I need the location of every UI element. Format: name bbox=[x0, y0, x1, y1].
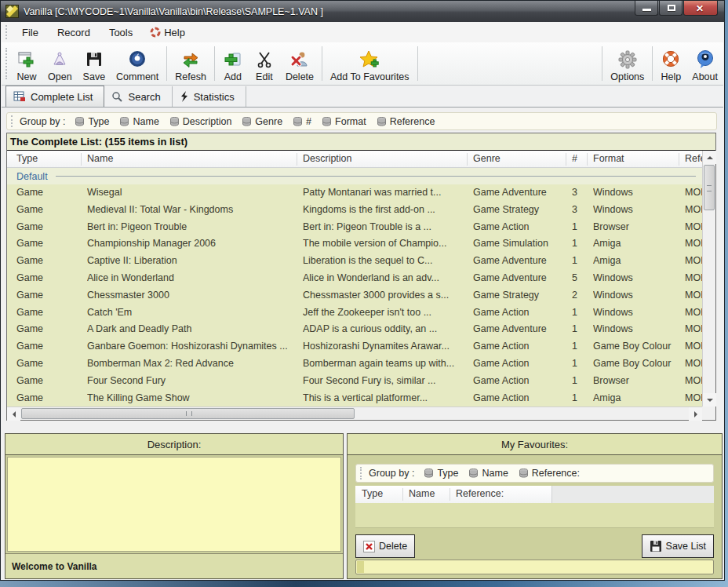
table-row[interactable]: Game The Killing Game Show This is a ver… bbox=[7, 390, 702, 407]
table-row[interactable]: Game Bert in: Pigeon Trouble Bert in: Pi… bbox=[7, 219, 702, 236]
delete-button[interactable]: Delete bbox=[280, 42, 319, 85]
table-row[interactable]: Game Championship Manager 2006 The mobil… bbox=[7, 235, 702, 253]
favourites-column-reference[interactable]: Reference: bbox=[456, 488, 504, 499]
table-row[interactable]: Game Bomberman Max 2: Red Advance Bomber… bbox=[7, 355, 702, 373]
column-divider[interactable] bbox=[679, 153, 679, 166]
minimize-button[interactable] bbox=[635, 1, 658, 16]
favourites-column-name[interactable]: Name bbox=[409, 488, 435, 499]
toolbar-separator bbox=[322, 46, 322, 81]
table-row[interactable]: Game A Dark and Deadly Path ADAP is a cu… bbox=[7, 321, 702, 338]
group-by-chip[interactable]: Description bbox=[166, 115, 239, 129]
column-divider[interactable] bbox=[467, 153, 468, 166]
group-by-chip[interactable]: Genre bbox=[238, 115, 289, 129]
tab-complete-list[interactable]: Complete List bbox=[5, 86, 104, 107]
column-description[interactable]: Description bbox=[303, 153, 469, 164]
database-icon bbox=[322, 117, 332, 126]
menu-tools[interactable]: Tools bbox=[100, 24, 142, 41]
refresh-button[interactable]: Refesh bbox=[169, 42, 212, 85]
favourites-column-type[interactable]: Type bbox=[362, 488, 383, 499]
column-genre[interactable]: Genre bbox=[473, 153, 569, 164]
new-button[interactable]: New bbox=[11, 42, 42, 85]
scroll-left-button[interactable] bbox=[7, 407, 20, 421]
add-to-favourites-button[interactable]: Add To Favourites bbox=[325, 42, 415, 85]
menu-grip[interactable] bbox=[5, 25, 9, 39]
table-row[interactable]: Game Medieval II: Total War - Kingdoms K… bbox=[7, 202, 702, 219]
toolbar-grip[interactable] bbox=[5, 48, 9, 79]
group-by-chip[interactable]: Type bbox=[71, 115, 116, 129]
toolbar-separator bbox=[214, 46, 215, 81]
favourites-save-list-button[interactable]: Save List bbox=[642, 534, 714, 558]
column-divider[interactable] bbox=[402, 488, 403, 501]
add-button[interactable]: Add bbox=[217, 42, 249, 85]
title-bar[interactable]: Vanilla [C:\MYCODE~1\Vanilla\Vanilla\bin… bbox=[1, 1, 724, 22]
table-row[interactable]: Game Four Second Fury Four Second Fury i… bbox=[7, 373, 702, 390]
database-icon bbox=[169, 117, 180, 126]
table-row[interactable]: Game Catch 'Em Jeff the Zookeeper isn't … bbox=[7, 304, 702, 322]
database-icon bbox=[119, 117, 129, 126]
save-button[interactable]: Save bbox=[78, 42, 111, 85]
vertical-scrollbar[interactable] bbox=[702, 151, 715, 407]
favourites-column-header-row: Type Name Reference: bbox=[355, 486, 714, 503]
horizontal-scrollbar[interactable] bbox=[7, 407, 702, 420]
table-row[interactable]: Game Alice in Wonderland Alice in Wonder… bbox=[7, 270, 702, 287]
column-divider[interactable] bbox=[450, 488, 450, 501]
table-row[interactable]: Game Captive II: Liberation Liberation i… bbox=[7, 253, 702, 270]
favourites-delete-button[interactable]: Delete bbox=[355, 534, 415, 558]
column-name[interactable]: Name bbox=[87, 153, 299, 164]
column-format[interactable]: Format bbox=[593, 153, 681, 164]
column-divider[interactable] bbox=[81, 153, 82, 166]
menu-record[interactable]: Record bbox=[48, 24, 100, 41]
comment-button[interactable]: Comment bbox=[111, 42, 164, 85]
menu-bar: File Record Tools Help bbox=[2, 22, 723, 42]
tab-search[interactable]: Search bbox=[104, 86, 172, 107]
open-button[interactable]: Open bbox=[42, 42, 78, 85]
scroll-down-button[interactable] bbox=[703, 393, 716, 407]
group-by-chip[interactable]: Reference bbox=[373, 115, 442, 129]
group-by-bar: Group by : Type bbox=[6, 112, 717, 130]
group-by-grip[interactable] bbox=[11, 115, 15, 127]
maximize-button[interactable] bbox=[659, 1, 682, 16]
table-row[interactable]: Game Wisegal Patty Montanari was married… bbox=[7, 184, 702, 202]
description-textarea[interactable] bbox=[7, 457, 341, 552]
add-icon bbox=[223, 49, 243, 70]
favourites-empty-list[interactable] bbox=[355, 503, 714, 528]
new-icon bbox=[16, 49, 37, 70]
column-type[interactable]: Type bbox=[16, 153, 82, 164]
edit-button[interactable]: Edit bbox=[249, 42, 280, 85]
group-by-chip[interactable]: Format bbox=[318, 115, 373, 129]
about-button[interactable]: About bbox=[686, 42, 723, 85]
scroll-right-button[interactable] bbox=[689, 407, 702, 421]
database-icon bbox=[519, 469, 529, 478]
app-icon bbox=[5, 5, 19, 18]
table-row[interactable]: Game Chessmaster 3000 Chessmaster 3000 p… bbox=[7, 287, 702, 304]
favourites-group-by-chip[interactable]: Reference: bbox=[515, 466, 587, 480]
search-icon bbox=[111, 91, 123, 103]
tab-statistics[interactable]: Statistics bbox=[173, 86, 246, 107]
options-button[interactable]: Options bbox=[605, 42, 650, 85]
scroll-up-button[interactable] bbox=[703, 151, 716, 164]
vertical-scroll-thumb[interactable] bbox=[704, 165, 715, 210]
about-icon bbox=[695, 49, 715, 70]
help-button[interactable]: Help bbox=[655, 42, 686, 85]
menu-help[interactable]: Help bbox=[142, 24, 193, 41]
status-text: Welcome to Vanilla bbox=[12, 561, 96, 572]
list-rows: Default Game Wisegal Patty Montanari was… bbox=[7, 168, 702, 407]
group-by-chip[interactable]: Name bbox=[116, 115, 166, 129]
toolbar-separator bbox=[417, 46, 418, 81]
horizontal-scroll-thumb[interactable] bbox=[21, 408, 355, 419]
menu-file[interactable]: File bbox=[13, 24, 48, 41]
column-divider[interactable] bbox=[297, 153, 297, 166]
column-divider[interactable] bbox=[566, 153, 566, 166]
save-list-floppy-icon bbox=[650, 540, 662, 552]
refresh-icon bbox=[180, 49, 201, 70]
favourites-group-by-grip[interactable] bbox=[360, 467, 364, 479]
favourites-group-by-chip[interactable]: Type bbox=[420, 466, 465, 480]
list-title-band: The Complete List: (155 items in list) bbox=[7, 133, 715, 151]
close-button[interactable]: ✕ bbox=[683, 1, 718, 16]
column-divider[interactable] bbox=[587, 153, 588, 166]
edit-scissors-icon bbox=[254, 49, 275, 70]
group-by-chip[interactable]: # bbox=[289, 115, 318, 129]
table-row[interactable]: Game Ganbare Goemon: Hoshizorashi Dynami… bbox=[7, 338, 702, 355]
favourites-group-by-chip[interactable]: Name bbox=[465, 466, 515, 480]
group-row-default[interactable]: Default bbox=[7, 168, 702, 184]
